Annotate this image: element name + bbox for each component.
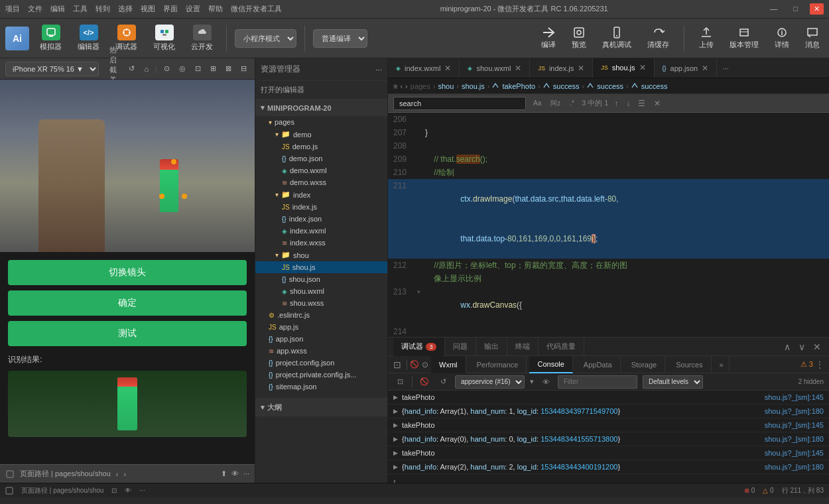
folder-index[interactable]: ▾ 📁 index: [255, 188, 387, 201]
panel-down-btn[interactable]: ∨: [796, 342, 808, 352]
breadcrumb-arrow-left[interactable]: ‹: [400, 82, 403, 90]
console-expand-2[interactable]: ▶: [393, 405, 398, 417]
bottom-tab-problems[interactable]: 问题: [445, 338, 476, 356]
tab-shou-js[interactable]: JS shou.js ✕: [593, 58, 654, 78]
mode-select[interactable]: 小程序模式: [235, 29, 296, 48]
cache-btn[interactable]: 清缓存: [643, 24, 673, 52]
breadcrumb-shoujs[interactable]: shou.js: [462, 82, 485, 90]
sim-switch-btn[interactable]: 切换镜头: [8, 260, 247, 285]
cloud-btn[interactable]: 云开发: [186, 22, 218, 54]
service-select[interactable]: appservice (#16): [455, 375, 525, 389]
sub-tab-console[interactable]: Console: [529, 356, 572, 373]
eye-icon[interactable]: 👁: [231, 470, 239, 477]
bottom-tab-terminal[interactable]: 终端: [507, 338, 539, 356]
console-source-4[interactable]: shou.js?_[sm]:180: [765, 433, 824, 445]
console-filter-input[interactable]: [558, 375, 637, 389]
open-editors-item[interactable]: 打开的编辑器: [255, 81, 387, 99]
upload-btn[interactable]: 上传: [695, 24, 718, 52]
folder-demo[interactable]: ▾ 📁 demo: [255, 128, 387, 141]
menu-微信[interactable]: 微信开发者工具: [231, 4, 282, 14]
outline-header[interactable]: ▾ 大纲: [255, 399, 387, 416]
console-ban-btn[interactable]: 🚫: [418, 375, 431, 389]
status-more-btn[interactable]: ···: [139, 487, 145, 494]
compile-btn[interactable]: 编译: [537, 24, 560, 52]
bottom-tab-debugger[interactable]: 调试器 3: [393, 338, 445, 356]
search-whole-btn[interactable]: 阿z: [547, 97, 564, 109]
search-regex-btn[interactable]: .*: [566, 98, 578, 108]
console-expand-1[interactable]: ▶: [393, 391, 398, 403]
folder-shou[interactable]: ▾ 📁 shou: [255, 249, 387, 261]
root-folder[interactable]: ▾ MINIPROGRAM-20: [255, 99, 387, 116]
file-sitemap[interactable]: {} sitemap.json: [255, 381, 387, 393]
console-cursor-btn[interactable]: ⊡: [393, 375, 407, 389]
file-app-wxss[interactable]: ≋ app.wxss: [255, 345, 387, 357]
menu-选择[interactable]: 选择: [118, 4, 133, 14]
panel-close-btn[interactable]: ✕: [810, 342, 824, 352]
search-next-btn[interactable]: ↓: [624, 99, 632, 108]
breadcrumb-shou[interactable]: shou: [438, 82, 454, 90]
bottom-tab-output[interactable]: 输出: [476, 338, 507, 356]
file-shou-wxml[interactable]: ◈ shou.wxml: [255, 285, 387, 297]
console-clear-btn[interactable]: 🚫: [410, 360, 419, 369]
selector-icon[interactable]: ⊡: [393, 359, 401, 370]
console-source-2[interactable]: shou.js?_[sm]:180: [765, 405, 824, 417]
tab-more-btn[interactable]: ···: [717, 58, 734, 78]
sub-tab-sources[interactable]: Sources: [668, 356, 711, 373]
menu-视图[interactable]: 视图: [141, 4, 155, 14]
console-expand-3[interactable]: ▶: [393, 419, 398, 431]
visual-btn[interactable]: 可视化: [148, 22, 180, 54]
menu-编辑[interactable]: 编辑: [50, 4, 65, 14]
share-icon[interactable]: ⬆: [221, 470, 227, 477]
menu-设置[interactable]: 设置: [186, 4, 200, 14]
tab-close-shou-wxml[interactable]: ✕: [515, 64, 521, 73]
sub-tab-appdata[interactable]: AppData: [576, 356, 621, 373]
console-filter-icon[interactable]: ⊙: [422, 360, 428, 369]
tab-close-shou-js[interactable]: ✕: [639, 63, 646, 72]
file-demo-wxml[interactable]: ◈ demo.wxml: [255, 164, 387, 176]
close-button[interactable]: ✕: [810, 3, 824, 15]
search-lines-btn[interactable]: ☰: [636, 99, 647, 108]
bottom-tab-quality[interactable]: 代码质量: [539, 338, 584, 356]
more-icon[interactable]: ···: [243, 470, 249, 477]
breadcrumb-success3[interactable]: success: [631, 82, 668, 90]
breadcrumb-takephoto[interactable]: takePhoto: [492, 82, 535, 90]
console-expand-5[interactable]: ▶: [393, 447, 398, 459]
console-source-6[interactable]: shou.js?_[sm]:180: [765, 461, 824, 473]
sub-tab-more[interactable]: »: [714, 356, 730, 373]
file-index-js[interactable]: JS index.js: [255, 201, 387, 213]
msg-btn[interactable]: 消息: [801, 24, 824, 52]
search-input[interactable]: [393, 97, 526, 110]
sub-tab-wxml[interactable]: Wxml: [431, 356, 466, 373]
console-eye-btn[interactable]: 👁: [539, 375, 552, 389]
nav-left[interactable]: ‹: [116, 470, 119, 478]
file-demo-json[interactable]: {} demo.json: [255, 153, 387, 164]
breadcrumb-success2[interactable]: success: [587, 82, 623, 90]
menu-文件[interactable]: 文件: [28, 4, 42, 14]
tab-index-js[interactable]: JS index.js ✕: [530, 58, 593, 78]
maximize-button[interactable]: □: [789, 3, 802, 15]
service-dropdown-arrow[interactable]: ▾: [530, 377, 534, 386]
tab-app-json[interactable]: {} app.json ✕: [655, 58, 718, 78]
compile-select[interactable]: 普通编译: [313, 29, 367, 48]
file-index-wxss[interactable]: ≋ index.wxss: [255, 237, 387, 249]
console-settings-btn[interactable]: ⋮: [816, 360, 824, 369]
menu-帮助[interactable]: 帮助: [208, 4, 223, 14]
tab-close-index-js[interactable]: ✕: [578, 64, 584, 73]
preview-btn[interactable]: 预览: [568, 24, 590, 52]
menu-转到[interactable]: 转到: [96, 4, 110, 14]
breadcrumb-success1[interactable]: success: [543, 82, 580, 90]
menu-界面[interactable]: 界面: [163, 4, 178, 14]
file-shou-js[interactable]: JS shou.js: [255, 261, 387, 273]
sub-tab-performance[interactable]: Performance: [469, 356, 527, 373]
file-project-private[interactable]: {} project.private.config.js...: [255, 369, 387, 381]
console-source-5[interactable]: shou.js?_[sm]:145: [765, 447, 824, 459]
file-project-config[interactable]: {} project.config.json: [255, 357, 387, 369]
realtest-btn[interactable]: 真机调试: [598, 24, 635, 52]
device-select[interactable]: iPhone XR 75% 16 ▼: [5, 62, 99, 76]
breadcrumb-arrow-right[interactable]: ›: [405, 82, 408, 90]
code-editor[interactable]: 206 207 } 208 209: [388, 113, 829, 337]
panel-up-btn[interactable]: ∧: [781, 342, 793, 352]
editor-btn[interactable]: </> 编辑器: [72, 22, 105, 54]
file-shou-json[interactable]: {} shou.json: [255, 273, 387, 285]
nav-right[interactable]: ›: [123, 470, 126, 478]
